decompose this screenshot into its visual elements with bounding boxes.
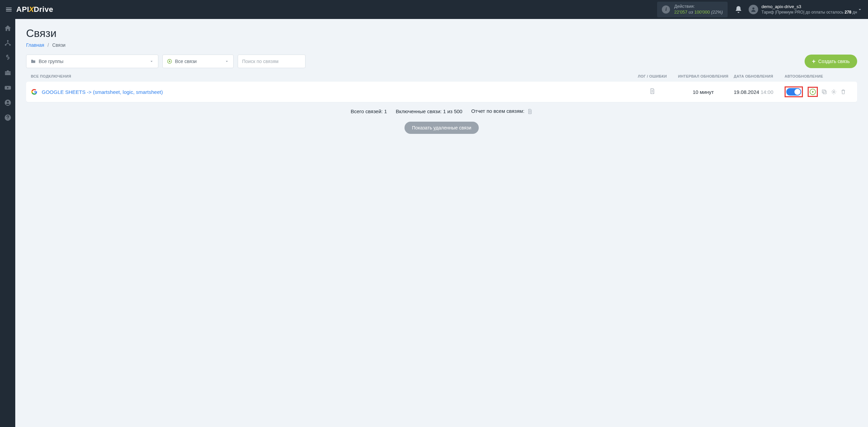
table-header: ВСЕ ПОДКЛЮЧЕНИЯ ЛОГ / ОШИБКИ ИНТЕРВАЛ ОБ… xyxy=(26,74,857,82)
groups-select[interactable]: Все группы xyxy=(26,55,158,68)
summary-row: Всего связей: 1 Включенные связи: 1 из 5… xyxy=(26,108,857,114)
summary-total: Всего связей: 1 xyxy=(351,108,387,114)
actions-text: Действия: 22'057 из 100'000 (22%) xyxy=(674,4,723,15)
actions-used: 22'057 xyxy=(674,9,687,15)
sidebar-connections-icon[interactable] xyxy=(4,39,12,47)
show-deleted-button[interactable]: Показать удаленные связи xyxy=(405,122,479,134)
header-date: ДАТА ОБНОВЛЕНИЯ xyxy=(734,74,785,78)
actions-total: 100'000 xyxy=(694,9,710,15)
summary-report: Отчет по всем связям: xyxy=(471,108,525,114)
user-menu[interactable]: demo_apix-drive_s3 Тариф |Премиум PRO| д… xyxy=(749,4,857,15)
sidebar-profile-icon[interactable] xyxy=(4,99,12,106)
actions-label: Действия: xyxy=(674,4,723,9)
svg-rect-10 xyxy=(823,91,826,94)
menu-toggle[interactable] xyxy=(4,5,14,14)
header-log: ЛОГ / ОШИБКИ xyxy=(632,74,673,78)
tariff-suffix: дн xyxy=(851,10,857,15)
play-circle-icon xyxy=(167,59,172,64)
hamburger-icon xyxy=(5,6,13,13)
svg-point-0 xyxy=(752,7,754,9)
svg-point-12 xyxy=(833,91,835,93)
logo-part1: API xyxy=(16,5,29,14)
chevron-down-icon xyxy=(149,59,154,64)
document-icon[interactable] xyxy=(649,88,655,94)
groups-label: Все группы xyxy=(39,59,63,64)
google-icon xyxy=(31,88,38,95)
create-connection-button[interactable]: + Создать связь xyxy=(805,55,857,68)
plus-icon: + xyxy=(812,58,816,65)
log-cell xyxy=(632,88,673,96)
toggle-highlight xyxy=(785,86,803,97)
folder-icon xyxy=(31,59,36,64)
search-input[interactable] xyxy=(238,55,305,68)
create-label: Создать связь xyxy=(818,59,850,64)
table-row: GOOGLE SHEETS -> (smartsheet, logic, sma… xyxy=(26,82,857,102)
time-value: 14:00 xyxy=(761,89,773,95)
svg-rect-11 xyxy=(822,90,825,93)
breadcrumb-current: Связи xyxy=(52,42,65,48)
status-select[interactable]: Все связи xyxy=(162,55,234,68)
sidebar-home-icon[interactable] xyxy=(4,24,12,32)
tariff-days: 278 xyxy=(845,10,851,15)
actions-percent: (22%) xyxy=(711,9,723,15)
actions-counter[interactable]: i Действия: 22'057 из 100'000 (22%) xyxy=(657,2,727,17)
sidebar-help-icon[interactable] xyxy=(4,114,12,121)
breadcrumb-sep: / xyxy=(47,42,49,48)
play-highlight xyxy=(808,87,818,97)
copy-icon[interactable] xyxy=(821,89,827,95)
connection-name-link[interactable]: GOOGLE SHEETS -> (smartsheet, logic, sma… xyxy=(42,89,632,95)
logo[interactable]: APIXDrive xyxy=(16,5,53,14)
user-name: demo_apix-drive_s3 xyxy=(762,4,857,10)
tariff-prefix: Тариф |Премиум PRO| до оплаты осталось xyxy=(762,10,845,15)
chevron-down-icon xyxy=(224,59,229,64)
user-text: demo_apix-drive_s3 Тариф |Премиум PRO| д… xyxy=(762,4,857,15)
filters-row: Все группы Все связи + Создать связь xyxy=(26,55,857,68)
gear-icon[interactable] xyxy=(831,89,837,95)
auto-toggle[interactable] xyxy=(786,88,801,96)
avatar-icon xyxy=(749,5,758,14)
svg-point-6 xyxy=(7,101,9,103)
logo-part2: X xyxy=(29,5,34,14)
auto-cell xyxy=(785,86,852,97)
chevron-down-icon[interactable] xyxy=(857,7,863,12)
breadcrumb-home[interactable]: Главная xyxy=(26,42,44,48)
run-button[interactable] xyxy=(809,88,816,95)
svg-point-1 xyxy=(7,40,8,42)
interval-cell: 10 минут xyxy=(673,89,734,95)
trash-icon[interactable] xyxy=(840,89,846,95)
logo-part3: Drive xyxy=(34,5,53,14)
info-icon: i xyxy=(662,5,670,14)
sidebar-briefcase-icon[interactable] xyxy=(4,69,12,77)
main-content: Связи Главная / Связи Все группы Все свя… xyxy=(15,19,868,427)
header-name: ВСЕ ПОДКЛЮЧЕНИЯ xyxy=(31,74,632,78)
sidebar xyxy=(0,19,15,427)
breadcrumb: Главная / Связи xyxy=(26,42,857,48)
bell-icon[interactable] xyxy=(734,5,743,14)
sidebar-video-icon[interactable] xyxy=(4,84,12,92)
date-cell: 19.08.2024 14:00 xyxy=(734,89,785,95)
status-label: Все связи xyxy=(175,59,197,64)
summary-enabled: Включенные связи: 1 из 500 xyxy=(396,108,462,114)
sidebar-billing-icon[interactable] xyxy=(4,54,12,62)
page-title: Связи xyxy=(26,27,857,40)
report-icon[interactable] xyxy=(527,109,533,114)
header-interval: ИНТЕРВАЛ ОБНОВЛЕНИЯ xyxy=(673,74,734,78)
topbar: APIXDrive i Действия: 22'057 из 100'000 … xyxy=(0,0,868,19)
header-auto: АВТООБНОВЛЕНИЕ xyxy=(785,74,852,78)
actions-of: из xyxy=(689,9,693,15)
date-value: 19.08.2024 xyxy=(734,89,759,95)
